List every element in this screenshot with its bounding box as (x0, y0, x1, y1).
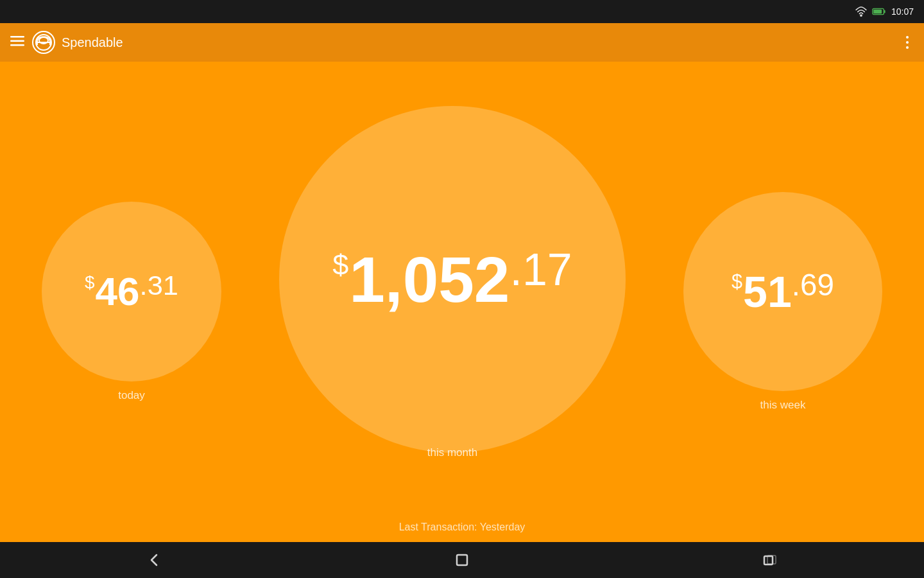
wifi-icon (855, 6, 867, 17)
week-bubble-wrapper: $ 51 .69 this week (683, 192, 882, 412)
nav-home-button[interactable] (453, 551, 471, 569)
bottom-nav-bar (0, 542, 924, 578)
today-amount-cents: .31 (140, 272, 178, 299)
battery-icon (872, 8, 886, 15)
overflow-menu-button[interactable] (901, 31, 914, 54)
week-label: this week (760, 399, 806, 412)
month-bubble-wrapper: $ 1,052 .17 this month (279, 144, 626, 459)
svg-point-7 (36, 35, 51, 50)
today-bubble-wrapper: $ 46 .31 today (42, 202, 221, 402)
svg-rect-4 (10, 36, 24, 38)
today-dollar-sign: $ (85, 274, 95, 292)
month-amount: $ 1,052 .17 (332, 247, 572, 311)
hamburger-menu-icon[interactable] (10, 36, 24, 49)
nav-back-button[interactable] (145, 551, 163, 569)
week-bubble[interactable]: $ 51 .69 (683, 192, 882, 391)
svg-rect-5 (10, 40, 24, 42)
app-logo (32, 31, 55, 54)
svg-point-0 (860, 15, 862, 16)
svg-rect-2 (884, 10, 885, 13)
svg-rect-3 (873, 10, 882, 13)
today-amount-main: 46 (96, 272, 140, 311)
month-amount-main: 1,052 (349, 247, 509, 311)
today-bubble[interactable]: $ 46 .31 (42, 202, 221, 381)
month-bubble[interactable]: $ 1,052 .17 (279, 106, 626, 453)
week-amount: $ 51 .69 (732, 270, 834, 313)
last-transaction: Last Transaction: Yesterday (399, 521, 526, 533)
status-bar: 10:07 (0, 0, 924, 23)
week-amount-main: 51 (743, 270, 792, 313)
today-amount: $ 46 .31 (85, 272, 178, 311)
status-icons: 10:07 (855, 6, 914, 17)
main-content: $ 46 .31 today $ 1,052 .17 this month $ … (0, 62, 924, 542)
svg-rect-6 (10, 44, 24, 46)
back-icon (145, 551, 163, 569)
app-bar: Spendable (0, 23, 924, 62)
week-amount-cents: .69 (792, 270, 834, 301)
week-dollar-sign: $ (732, 272, 742, 292)
svg-point-8 (39, 37, 48, 44)
svg-rect-10 (457, 555, 467, 565)
recent-apps-icon (761, 551, 779, 569)
month-amount-cents: .17 (509, 247, 572, 292)
status-time: 10:07 (891, 6, 914, 17)
month-dollar-sign: $ (332, 250, 348, 279)
menu-icon-svg (10, 36, 24, 46)
nav-recent-apps-button[interactable] (761, 551, 779, 569)
today-label: today (118, 389, 145, 402)
app-title: Spendable (62, 35, 901, 50)
home-icon (453, 551, 471, 569)
svg-rect-11 (764, 556, 773, 565)
